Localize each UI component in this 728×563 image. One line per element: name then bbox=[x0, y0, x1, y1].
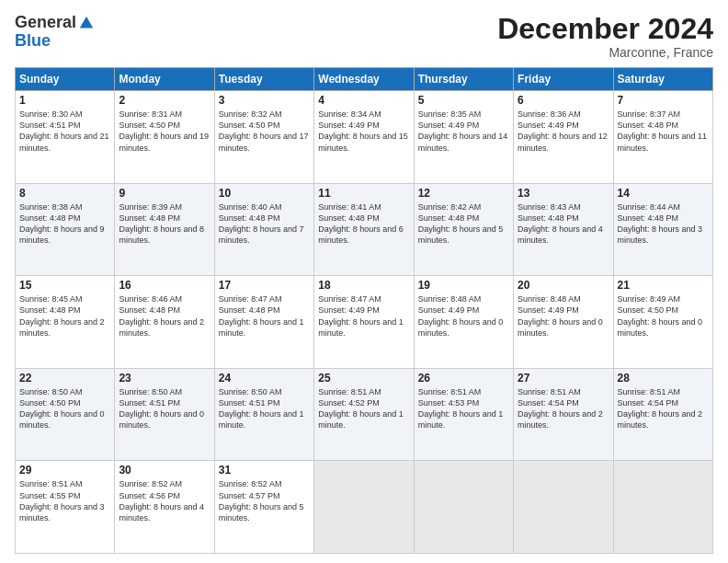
calendar-week-row: 22 Sunrise: 8:50 AMSunset: 4:50 PMDaylig… bbox=[16, 368, 713, 461]
col-monday: Monday bbox=[115, 68, 214, 91]
cell-info: Sunrise: 8:41 AMSunset: 4:48 PMDaylight:… bbox=[318, 202, 404, 245]
day-number: 12 bbox=[418, 187, 509, 200]
day-number: 17 bbox=[219, 279, 310, 292]
table-row: 31 Sunrise: 8:52 AMSunset: 4:57 PMDaylig… bbox=[214, 461, 313, 554]
calendar-week-row: 29 Sunrise: 8:51 AMSunset: 4:55 PMDaylig… bbox=[16, 461, 713, 554]
cell-info: Sunrise: 8:47 AMSunset: 4:49 PMDaylight:… bbox=[318, 294, 404, 337]
day-number: 4 bbox=[318, 94, 409, 107]
table-row: 24 Sunrise: 8:50 AMSunset: 4:51 PMDaylig… bbox=[214, 368, 313, 461]
table-row: 7 Sunrise: 8:37 AMSunset: 4:48 PMDayligh… bbox=[613, 91, 712, 184]
day-number: 19 bbox=[418, 279, 509, 292]
cell-info: Sunrise: 8:50 AMSunset: 4:50 PMDaylight:… bbox=[19, 387, 105, 430]
cell-info: Sunrise: 8:50 AMSunset: 4:51 PMDaylight:… bbox=[219, 387, 304, 430]
calendar-week-row: 1 Sunrise: 8:30 AMSunset: 4:51 PMDayligh… bbox=[16, 91, 713, 184]
day-number: 11 bbox=[318, 187, 409, 200]
header: General Blue December 2024 Marconne, Fra… bbox=[15, 13, 713, 60]
cell-info: Sunrise: 8:38 AMSunset: 4:48 PMDaylight:… bbox=[19, 202, 105, 245]
day-number: 13 bbox=[518, 187, 609, 200]
table-row: 15 Sunrise: 8:45 AMSunset: 4:48 PMDaylig… bbox=[16, 276, 115, 369]
table-row: 14 Sunrise: 8:44 AMSunset: 4:48 PMDaylig… bbox=[613, 183, 712, 276]
day-number: 7 bbox=[618, 94, 709, 107]
table-row: 25 Sunrise: 8:51 AMSunset: 4:52 PMDaylig… bbox=[314, 368, 414, 461]
cell-info: Sunrise: 8:52 AMSunset: 4:57 PMDaylight:… bbox=[219, 479, 304, 522]
cell-info: Sunrise: 8:52 AMSunset: 4:56 PMDaylight:… bbox=[119, 479, 204, 522]
cell-info: Sunrise: 8:48 AMSunset: 4:49 PMDaylight:… bbox=[418, 294, 504, 337]
table-row: 11 Sunrise: 8:41 AMSunset: 4:48 PMDaylig… bbox=[314, 183, 414, 276]
table-row: 29 Sunrise: 8:51 AMSunset: 4:55 PMDaylig… bbox=[16, 461, 115, 554]
month-title: December 2024 bbox=[497, 13, 713, 45]
day-number: 26 bbox=[418, 372, 509, 385]
day-number: 22 bbox=[19, 372, 110, 385]
calendar-week-row: 15 Sunrise: 8:45 AMSunset: 4:48 PMDaylig… bbox=[16, 276, 713, 369]
cell-info: Sunrise: 8:35 AMSunset: 4:49 PMDaylight:… bbox=[418, 109, 508, 152]
cell-info: Sunrise: 8:44 AMSunset: 4:48 PMDaylight:… bbox=[618, 202, 703, 245]
day-number: 28 bbox=[618, 372, 709, 385]
table-row: 17 Sunrise: 8:47 AMSunset: 4:48 PMDaylig… bbox=[214, 276, 313, 369]
day-number: 18 bbox=[318, 279, 409, 292]
table-row: 28 Sunrise: 8:51 AMSunset: 4:54 PMDaylig… bbox=[613, 368, 712, 461]
table-row bbox=[414, 461, 513, 554]
day-number: 6 bbox=[518, 94, 609, 107]
day-number: 29 bbox=[19, 464, 110, 477]
table-row: 6 Sunrise: 8:36 AMSunset: 4:49 PMDayligh… bbox=[514, 91, 613, 184]
day-number: 23 bbox=[119, 372, 210, 385]
cell-info: Sunrise: 8:45 AMSunset: 4:48 PMDaylight:… bbox=[19, 294, 105, 337]
table-row bbox=[514, 461, 613, 554]
table-row: 22 Sunrise: 8:50 AMSunset: 4:50 PMDaylig… bbox=[16, 368, 115, 461]
logo: General Blue bbox=[15, 13, 95, 49]
table-row: 20 Sunrise: 8:48 AMSunset: 4:49 PMDaylig… bbox=[514, 276, 613, 369]
day-number: 31 bbox=[219, 464, 310, 477]
table-row: 30 Sunrise: 8:52 AMSunset: 4:56 PMDaylig… bbox=[115, 461, 214, 554]
table-row: 4 Sunrise: 8:34 AMSunset: 4:49 PMDayligh… bbox=[314, 91, 414, 184]
logo-blue: Blue bbox=[15, 32, 51, 49]
table-row: 3 Sunrise: 8:32 AMSunset: 4:50 PMDayligh… bbox=[214, 91, 313, 184]
day-number: 8 bbox=[19, 187, 110, 200]
col-friday: Friday bbox=[514, 68, 613, 91]
logo-general: General bbox=[15, 13, 76, 32]
col-sunday: Sunday bbox=[16, 68, 115, 91]
day-number: 16 bbox=[119, 279, 210, 292]
table-row: 1 Sunrise: 8:30 AMSunset: 4:51 PMDayligh… bbox=[16, 91, 115, 184]
cell-info: Sunrise: 8:39 AMSunset: 4:48 PMDaylight:… bbox=[119, 202, 204, 245]
table-row: 5 Sunrise: 8:35 AMSunset: 4:49 PMDayligh… bbox=[414, 91, 513, 184]
cell-info: Sunrise: 8:48 AMSunset: 4:49 PMDaylight:… bbox=[518, 294, 603, 337]
table-row bbox=[613, 461, 712, 554]
day-number: 10 bbox=[219, 187, 310, 200]
cell-info: Sunrise: 8:46 AMSunset: 4:48 PMDaylight:… bbox=[119, 294, 204, 337]
col-thursday: Thursday bbox=[414, 68, 513, 91]
cell-info: Sunrise: 8:31 AMSunset: 4:50 PMDaylight:… bbox=[119, 109, 209, 152]
table-row: 21 Sunrise: 8:49 AMSunset: 4:50 PMDaylig… bbox=[613, 276, 712, 369]
table-row: 23 Sunrise: 8:50 AMSunset: 4:51 PMDaylig… bbox=[115, 368, 214, 461]
location: Marconne, France bbox=[497, 45, 713, 60]
table-row: 27 Sunrise: 8:51 AMSunset: 4:54 PMDaylig… bbox=[514, 368, 613, 461]
table-row: 2 Sunrise: 8:31 AMSunset: 4:50 PMDayligh… bbox=[115, 91, 214, 184]
svg-marker-0 bbox=[80, 16, 93, 28]
title-block: December 2024 Marconne, France bbox=[497, 13, 713, 60]
table-row: 10 Sunrise: 8:40 AMSunset: 4:48 PMDaylig… bbox=[214, 183, 313, 276]
logo-icon bbox=[78, 15, 95, 31]
cell-info: Sunrise: 8:37 AMSunset: 4:48 PMDaylight:… bbox=[618, 109, 708, 152]
col-saturday: Saturday bbox=[613, 68, 712, 91]
day-number: 24 bbox=[219, 372, 310, 385]
cell-info: Sunrise: 8:51 AMSunset: 4:54 PMDaylight:… bbox=[618, 387, 703, 430]
cell-info: Sunrise: 8:36 AMSunset: 4:49 PMDaylight:… bbox=[518, 109, 608, 152]
calendar-week-row: 8 Sunrise: 8:38 AMSunset: 4:48 PMDayligh… bbox=[16, 183, 713, 276]
calendar-header-row: Sunday Monday Tuesday Wednesday Thursday… bbox=[16, 68, 713, 91]
table-row: 16 Sunrise: 8:46 AMSunset: 4:48 PMDaylig… bbox=[115, 276, 214, 369]
cell-info: Sunrise: 8:47 AMSunset: 4:48 PMDaylight:… bbox=[219, 294, 304, 337]
table-row: 13 Sunrise: 8:43 AMSunset: 4:48 PMDaylig… bbox=[514, 183, 613, 276]
table-row: 26 Sunrise: 8:51 AMSunset: 4:53 PMDaylig… bbox=[414, 368, 513, 461]
day-number: 2 bbox=[119, 94, 210, 107]
table-row bbox=[314, 461, 414, 554]
day-number: 1 bbox=[19, 94, 110, 107]
day-number: 27 bbox=[518, 372, 609, 385]
calendar-table: Sunday Monday Tuesday Wednesday Thursday… bbox=[15, 67, 713, 554]
cell-info: Sunrise: 8:30 AMSunset: 4:51 PMDaylight:… bbox=[19, 109, 109, 152]
day-number: 20 bbox=[518, 279, 609, 292]
table-row: 19 Sunrise: 8:48 AMSunset: 4:49 PMDaylig… bbox=[414, 276, 513, 369]
table-row: 12 Sunrise: 8:42 AMSunset: 4:48 PMDaylig… bbox=[414, 183, 513, 276]
cell-info: Sunrise: 8:51 AMSunset: 4:55 PMDaylight:… bbox=[19, 479, 105, 522]
cell-info: Sunrise: 8:34 AMSunset: 4:49 PMDaylight:… bbox=[318, 109, 408, 152]
col-tuesday: Tuesday bbox=[214, 68, 313, 91]
table-row: 8 Sunrise: 8:38 AMSunset: 4:48 PMDayligh… bbox=[16, 183, 115, 276]
